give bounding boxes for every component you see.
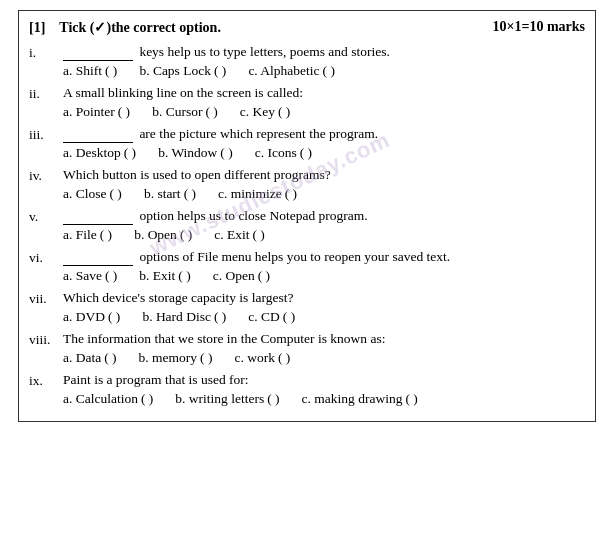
option-label: a. Desktop: [63, 145, 121, 161]
question-number: vi.: [29, 249, 63, 266]
option-a: a. Pointer ( ): [63, 104, 130, 120]
question-text: The information that we store in the Com…: [63, 331, 585, 347]
option-a: a. Data ( ): [63, 350, 117, 366]
option-b: b. Window ( ): [158, 145, 233, 161]
option-c: c. Open ( ): [213, 268, 270, 284]
question-row-6: vi. options of File menu helps you to re…: [29, 249, 585, 266]
question-number: viii.: [29, 331, 63, 348]
option-b: b. writing letters ( ): [175, 391, 279, 407]
option-bracket: ( ): [214, 63, 226, 79]
question-row-2: ii.A small blinking line on the screen i…: [29, 85, 585, 102]
question-block-4: iv.Which button is used to open differen…: [29, 167, 585, 202]
option-c: c. Exit ( ): [214, 227, 265, 243]
question-text: A small blinking line on the screen is c…: [63, 85, 585, 101]
option-label: a. Close: [63, 186, 107, 202]
option-bracket: ( ): [108, 309, 120, 325]
option-bracket: ( ): [104, 350, 116, 366]
question-row-4: iv.Which button is used to open differen…: [29, 167, 585, 184]
option-bracket: ( ): [110, 186, 122, 202]
question-text: option helps us to close Notepad program…: [63, 208, 585, 225]
option-label: b. Window: [158, 145, 217, 161]
option-label: a. Shift: [63, 63, 102, 79]
question-number: vii.: [29, 290, 63, 307]
option-bracket: ( ): [214, 309, 226, 325]
option-label: b. Cursor: [152, 104, 202, 120]
option-bracket: ( ): [285, 186, 297, 202]
option-bracket: ( ): [300, 145, 312, 161]
option-c: c. Icons ( ): [255, 145, 312, 161]
option-label: c. Open: [213, 268, 255, 284]
option-bracket: ( ): [200, 350, 212, 366]
option-label: c. Icons: [255, 145, 297, 161]
question-number: iv.: [29, 167, 63, 184]
option-label: a. File: [63, 227, 97, 243]
option-label: b. Hard Disc: [142, 309, 211, 325]
options-row-6: a. Save ( )b. Exit ( )c. Open ( ): [63, 268, 585, 284]
question-text: Which button is used to open different p…: [63, 167, 585, 183]
option-bracket: ( ): [124, 145, 136, 161]
options-row-1: a. Shift ( )b. Caps Lock ( )c. Alphabeti…: [63, 63, 585, 79]
option-b: b. Open ( ): [134, 227, 192, 243]
option-a: a. Shift ( ): [63, 63, 117, 79]
question-row-1: i. keys help us to type letters, poems a…: [29, 44, 585, 61]
option-bracket: ( ): [100, 227, 112, 243]
option-bracket: ( ): [267, 391, 279, 407]
option-label: a. DVD: [63, 309, 105, 325]
question-text: Paint is a program that is used for:: [63, 372, 585, 388]
question-block-3: iii. are the picture which represent the…: [29, 126, 585, 161]
option-b: b. Caps Lock ( ): [139, 63, 226, 79]
option-label: c. CD: [248, 309, 280, 325]
option-label: b. Exit: [139, 268, 175, 284]
options-row-7: a. DVD ( )b. Hard Disc ( )c. CD ( ): [63, 309, 585, 325]
question-number: ix.: [29, 372, 63, 389]
option-label: c. work: [234, 350, 275, 366]
blank-line: [63, 249, 133, 266]
option-a: a. File ( ): [63, 227, 112, 243]
option-bracket: ( ): [278, 350, 290, 366]
option-bracket: ( ): [178, 268, 190, 284]
option-bracket: ( ): [278, 104, 290, 120]
option-label: c. Alphabetic: [248, 63, 319, 79]
option-bracket: ( ): [205, 104, 217, 120]
question-number: v.: [29, 208, 63, 225]
question-row-8: viii.The information that we store in th…: [29, 331, 585, 348]
instruction-text: Tick (✓)the correct option.: [59, 20, 221, 35]
option-a: a. Save ( ): [63, 268, 117, 284]
question-block-6: vi. options of File menu helps you to re…: [29, 249, 585, 284]
header-left: [1] Tick (✓)the correct option.: [29, 19, 221, 36]
option-label: b. Open: [134, 227, 177, 243]
options-row-9: a. Calculation ( )b. writing letters ( )…: [63, 391, 585, 407]
question-text: are the picture which represent the prog…: [63, 126, 585, 143]
blank-line: [63, 208, 133, 225]
question-row-5: v. option helps us to close Notepad prog…: [29, 208, 585, 225]
option-c: c. minimize ( ): [218, 186, 297, 202]
option-bracket: ( ): [323, 63, 335, 79]
questions-container: i. keys help us to type letters, poems a…: [29, 44, 585, 407]
option-b: b. Hard Disc ( ): [142, 309, 226, 325]
question-block-5: v. option helps us to close Notepad prog…: [29, 208, 585, 243]
option-b: b. memory ( ): [139, 350, 213, 366]
options-row-5: a. File ( )b. Open ( )c. Exit ( ): [63, 227, 585, 243]
options-row-8: a. Data ( )b. memory ( )c. work ( ): [63, 350, 585, 366]
blank-line: [63, 44, 133, 61]
option-label: c. Exit: [214, 227, 249, 243]
main-container: www.studiestoday.com [1] Tick (✓)the cor…: [18, 10, 596, 422]
question-text: options of File menu helps you to reopen…: [63, 249, 585, 266]
option-bracket: ( ): [184, 186, 196, 202]
options-row-3: a. Desktop ( )b. Window ( )c. Icons ( ): [63, 145, 585, 161]
question-row-7: vii.Which device's storage capacity is l…: [29, 290, 585, 307]
option-label: c. minimize: [218, 186, 282, 202]
option-label: c. making drawing: [302, 391, 403, 407]
question-block-7: vii.Which device's storage capacity is l…: [29, 290, 585, 325]
option-label: a. Save: [63, 268, 102, 284]
option-bracket: ( ): [118, 104, 130, 120]
option-label: b. writing letters: [175, 391, 264, 407]
option-c: c. CD ( ): [248, 309, 295, 325]
option-bracket: ( ): [105, 268, 117, 284]
option-c: c. work ( ): [234, 350, 290, 366]
question-row-3: iii. are the picture which represent the…: [29, 126, 585, 143]
section-label: [1]: [29, 20, 45, 35]
option-bracket: ( ): [405, 391, 417, 407]
option-a: a. Calculation ( ): [63, 391, 153, 407]
option-a: a. Desktop ( ): [63, 145, 136, 161]
